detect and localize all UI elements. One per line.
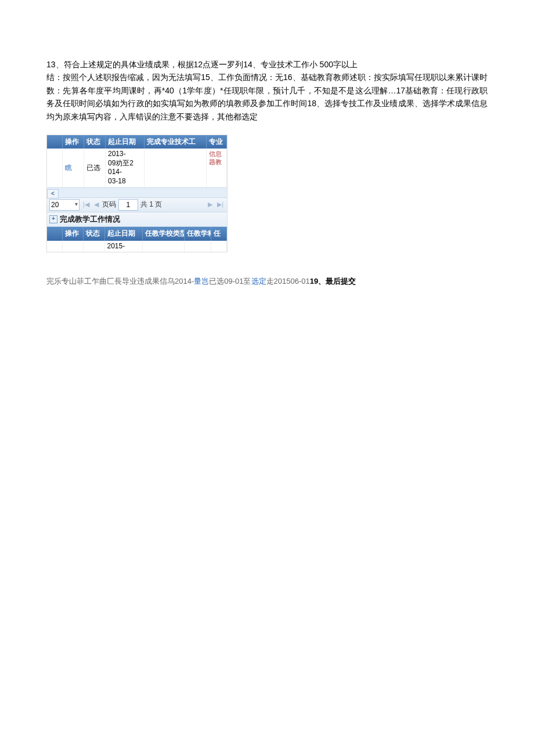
table2-row: 2015-	[47, 241, 227, 252]
col-specialty: 专业	[207, 135, 227, 149]
caption-link-1[interactable]: 量岂	[194, 277, 209, 285]
caption-part: 走	[266, 277, 274, 285]
total-pages-label: 共 1 页	[140, 199, 162, 210]
row-specialty: 信息 题教	[207, 149, 227, 187]
first-page-icon[interactable]: |◀	[82, 200, 91, 210]
caption-part: 201506-01	[274, 277, 310, 285]
row-status: 已选	[84, 149, 106, 187]
row-work	[145, 149, 207, 187]
row-date: 2015-	[105, 241, 143, 252]
caption-link-2[interactable]: 选定	[251, 277, 266, 285]
row-op: 瞧	[63, 149, 84, 187]
row-subj	[185, 241, 211, 252]
date-line: 2013-	[108, 150, 142, 159]
scroll-left-icon[interactable]: <	[47, 189, 59, 198]
page-label: 页码	[102, 199, 116, 210]
instruction-paragraph: 13、符合上述规定的具体业绩成果，根据12点逐一罗列14、专业技术工作小 500…	[46, 58, 488, 123]
col-date-range: 起止日期	[106, 135, 145, 149]
caption-part: 已选	[209, 277, 224, 285]
page-size-select[interactable]: 20	[49, 199, 80, 211]
next-page-icon[interactable]: ▶	[207, 200, 214, 210]
bottom-caption: 完乐专山菲工乍曲匚長导业违成果信乌2014-量岂已选09-01至选定走20150…	[46, 276, 488, 288]
date-line: 014-	[108, 168, 142, 177]
col-blank	[47, 227, 63, 240]
date-line: 09劝至2	[108, 159, 142, 168]
row-blank	[47, 149, 63, 187]
col-work: 完成专业技术工	[145, 135, 207, 149]
row-op	[63, 241, 84, 252]
pager: 20 |◀ ◀ 页码 共 1 页 ▶ ▶|	[47, 197, 227, 212]
col-subject: 任教学科	[185, 227, 211, 240]
row-status	[84, 241, 104, 252]
caption-part: 完乐专山菲工乍曲匚長导业违成果信乌2014-	[46, 277, 194, 285]
horizontal-scrollbar[interactable]: <	[47, 187, 227, 197]
col-status: 状态	[84, 135, 106, 149]
col-school-type: 任教学校类型	[143, 227, 185, 240]
prev-page-icon[interactable]: ◀	[93, 200, 100, 210]
section-title-text: 完成教学工作情况	[60, 214, 120, 226]
row-blank	[47, 241, 63, 252]
expand-icon[interactable]: +	[49, 215, 57, 223]
col-date-range: 起止日期	[105, 227, 143, 240]
teaching-work-section-header[interactable]: + 完成教学工作情况	[47, 212, 227, 227]
caption-part: 09-01至	[224, 277, 251, 285]
right-line: 信息	[209, 150, 224, 158]
col-status: 状态	[84, 227, 104, 240]
table1-header: 操作 状态 起止日期 完成专业技术工 专业	[47, 135, 227, 149]
table2-header: 操作 状态 起止日期 任教学校类型 任教学科 任	[47, 227, 227, 240]
grid-screenshot-1: 操作 状态 起止日期 完成专业技术工 专业 瞧 已选 2013- 09劝至2 0…	[46, 135, 228, 252]
right-line: 题教	[209, 158, 224, 166]
last-page-icon[interactable]: ▶|	[216, 200, 225, 210]
table1-row: 瞧 已选 2013- 09劝至2 014- 03-18 信息 题教	[47, 149, 227, 187]
col-ren: 任	[211, 227, 227, 240]
page-number-input[interactable]	[118, 199, 138, 211]
row-ren	[211, 241, 227, 252]
caption-strong: 19、最后提交	[310, 277, 356, 285]
col-blank	[47, 135, 63, 149]
date-line: 03-18	[108, 177, 142, 186]
col-operation: 操作	[63, 227, 84, 240]
row-type	[143, 241, 185, 252]
col-operation: 操作	[63, 135, 84, 149]
view-link[interactable]: 瞧	[65, 162, 72, 173]
row-date: 2013- 09劝至2 014- 03-18	[106, 149, 145, 187]
